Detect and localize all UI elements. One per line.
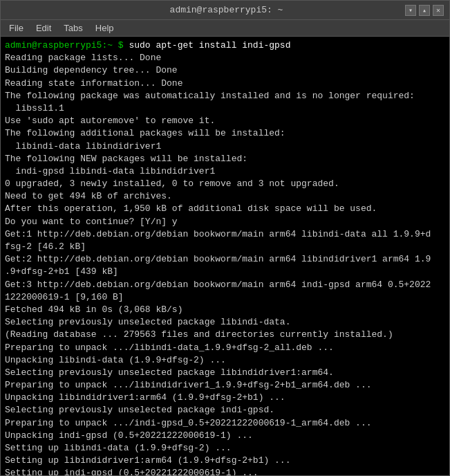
menu-tabs[interactable]: Tabs <box>58 21 88 35</box>
output-area: Reading package lists... DoneBuilding de… <box>5 52 445 475</box>
output-line: Selecting previously unselected package … <box>5 367 445 379</box>
output-line: Use 'sudo apt autoremove' to remove it. <box>5 115 445 127</box>
menu-edit[interactable]: Edit <box>30 21 57 35</box>
output-line: Setting up libindidriver1:arm64 (1.9.9+d… <box>5 455 445 467</box>
output-line: After this operation, 1,950 kB of additi… <box>5 203 445 215</box>
output-line: libindi-data libindidriver1 <box>5 140 445 153</box>
output-line: Selecting previously unselected package … <box>5 316 445 329</box>
output-line: Preparing to unpack .../libindidriver1_1… <box>5 379 445 392</box>
maximize-button[interactable]: ▴ <box>419 5 430 16</box>
output-line: Reading package lists... Done <box>5 52 445 64</box>
output-line: The following NEW packages will be insta… <box>5 153 445 165</box>
output-line: Unpacking libindidriver1:arm64 (1.9.9+df… <box>5 392 445 404</box>
menu-file[interactable]: File <box>3 21 29 35</box>
command-line: admin@raspberrypi5:~ $ sudo apt-get inst… <box>5 39 445 52</box>
output-line: 0 upgraded, 3 newly installed, 0 to remo… <box>5 178 445 190</box>
output-line: The following additional packages will b… <box>5 127 445 140</box>
output-line: .9+dfsg-2+b1 [439 kB] <box>5 266 445 278</box>
output-line: Preparing to unpack .../indi-gpsd_0.5+20… <box>5 417 445 430</box>
output-line: Setting up indi-gpsd (0.5+20221222000619… <box>5 467 445 475</box>
output-line: fsg-2 [46.2 kB] <box>5 241 445 253</box>
output-line: Unpacking libindi-data (1.9.9+dfsg-2) ..… <box>5 354 445 367</box>
terminal-window: admin@raspberrypi5: ~ ▾ ▴ ✕ File Edit Ta… <box>0 0 450 476</box>
output-line: 1222000619-1 [9,160 B] <box>5 291 445 304</box>
title-bar: admin@raspberrypi5: ~ ▾ ▴ ✕ <box>1 1 449 20</box>
output-line: Selecting previously unselected package … <box>5 404 445 416</box>
terminal-content[interactable]: admin@raspberrypi5:~ $ sudo apt-get inst… <box>1 37 449 475</box>
output-line: Get:2 http://deb.debian.org/debian bookw… <box>5 253 445 266</box>
output-line: The following package was automatically … <box>5 90 445 102</box>
window-controls: ▾ ▴ ✕ <box>405 5 444 16</box>
output-line: Setting up libindi-data (1.9.9+dfsg-2) .… <box>5 442 445 455</box>
output-line: Need to get 494 kB of archives. <box>5 190 445 203</box>
output-line: Building dependency tree... Done <box>5 64 445 77</box>
window-title: admin@raspberrypi5: ~ <box>48 5 405 15</box>
menu-bar: File Edit Tabs Help <box>1 20 449 37</box>
command-text: sudo apt-get install indi-gpsd <box>129 40 290 51</box>
output-line: Get:3 http://deb.debian.org/debian bookw… <box>5 279 445 291</box>
output-line: Do you want to continue? [Y/n] y <box>5 216 445 228</box>
output-line: Fetched 494 kB in 0s (3,068 kB/s) <box>5 304 445 316</box>
menu-help[interactable]: Help <box>90 21 120 35</box>
output-line: Reading state information... Done <box>5 77 445 90</box>
output-line: libssl1.1 <box>5 102 445 115</box>
minimize-button[interactable]: ▾ <box>405 5 416 16</box>
full-prompt-1: admin@raspberrypi5:~ $ <box>5 40 129 51</box>
output-line: Preparing to unpack .../libindi-data_1.9… <box>5 342 445 354</box>
close-button[interactable]: ✕ <box>433 5 444 16</box>
output-line: indi-gpsd libindi-data libindidriver1 <box>5 165 445 178</box>
output-line: Unpacking indi-gpsd (0.5+20221222000619-… <box>5 430 445 442</box>
output-line: (Reading database ... 279563 files and d… <box>5 329 445 341</box>
output-line: Get:1 http://deb.debian.org/debian bookw… <box>5 228 445 241</box>
